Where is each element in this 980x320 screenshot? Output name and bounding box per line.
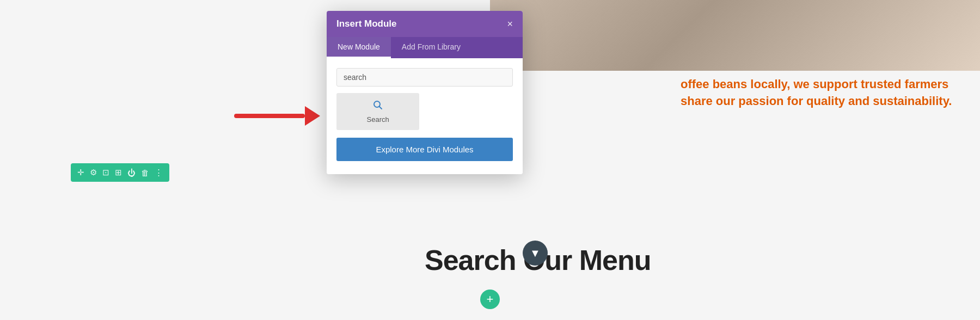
tab-add-from-library[interactable]: Add From Library [391, 37, 471, 58]
bg-text-line2: share our passion for quality and sustai… [681, 93, 953, 110]
heading-circle-icon: ▼ [523, 241, 548, 266]
background-text: offee beans locally, we support trusted … [681, 76, 953, 110]
settings-icon[interactable]: ⚙ [90, 168, 97, 177]
red-arrow [234, 106, 320, 126]
search-button[interactable]: Search [336, 93, 419, 130]
insert-module-modal: Insert Module × New Module Add From Libr… [327, 11, 523, 174]
modal-header: Insert Module × [327, 11, 523, 37]
modal-title: Insert Module [336, 19, 397, 29]
module-search-input[interactable] [336, 68, 513, 87]
modal-tabs: New Module Add From Library [327, 37, 523, 58]
arrow-head [305, 106, 320, 126]
modal-close-button[interactable]: × [507, 19, 513, 29]
duplicate-icon[interactable]: ⊡ [102, 168, 109, 177]
more-icon[interactable]: ⋮ [155, 168, 163, 177]
delete-icon[interactable]: 🗑 [141, 168, 149, 177]
add-section-button[interactable]: + [480, 290, 500, 309]
search-button-label: Search [367, 115, 389, 124]
move-icon[interactable]: ✛ [77, 168, 84, 177]
search-icon [372, 100, 383, 113]
grid-icon[interactable]: ⊞ [115, 168, 122, 177]
circle-icon: ▼ [530, 247, 541, 260]
bg-text-line1: offee beans locally, we support trusted … [681, 76, 953, 93]
modal-body: Search Explore More Divi Modules [327, 58, 523, 174]
module-toolbar: ✛ ⚙ ⊡ ⊞ ⏻ 🗑 ⋮ [71, 163, 169, 182]
hero-image [490, 0, 980, 71]
explore-modules-button[interactable]: Explore More Divi Modules [336, 138, 513, 161]
tab-new-module[interactable]: New Module [327, 37, 391, 58]
arrow-line [234, 114, 305, 118]
toggle-icon[interactable]: ⏻ [127, 168, 136, 177]
svg-line-1 [379, 107, 382, 109]
